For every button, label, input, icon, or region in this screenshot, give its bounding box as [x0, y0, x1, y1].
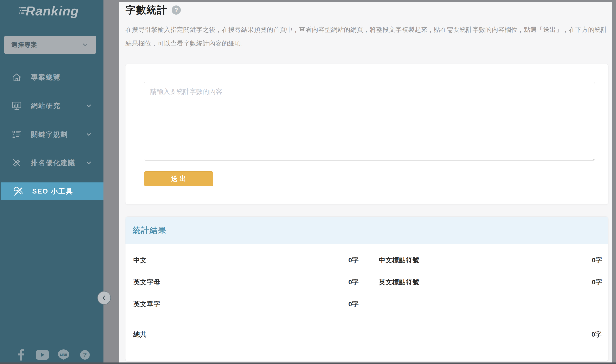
chevron-down-icon	[86, 131, 92, 138]
result-row-english-words: 英文單字 0字	[133, 293, 359, 315]
page-title: 字數統計	[125, 3, 167, 17]
result-label: 英文字母	[133, 278, 160, 287]
youtube-icon[interactable]	[36, 348, 49, 361]
result-row-english-letters: 英文字母 0字	[133, 271, 359, 293]
result-value: 0字	[592, 278, 602, 287]
chevron-down-icon	[86, 160, 92, 166]
result-label: 英文單字	[133, 300, 160, 309]
line-icon[interactable]: LINE	[57, 348, 70, 361]
ranking-logo: Ranking	[19, 3, 84, 23]
project-select-value: 選擇專案	[11, 41, 38, 49]
keyword-plan-icon	[11, 129, 22, 140]
submit-button[interactable]: 送出	[144, 171, 213, 186]
home-icon	[11, 72, 22, 83]
site-research-icon	[11, 100, 22, 111]
results-divider	[133, 318, 602, 318]
statistics-results-card: 統計結果 中文 0字 英文字母 0字 英文單字	[125, 216, 608, 361]
rank-optimize-icon	[11, 157, 22, 168]
frame-top-strip	[119, 0, 616, 2]
result-value: 0字	[348, 256, 359, 265]
total-label: 總共	[133, 330, 147, 339]
result-value: 0字	[348, 300, 359, 309]
results-grid: 中文 0字 英文字母 0字 英文單字 0字	[133, 249, 602, 315]
chevron-down-icon	[86, 103, 92, 109]
results-right-column: 中文標點符號 0字 英文標點符號 0字	[379, 249, 602, 315]
sidebar-item-project-overview[interactable]: 專案總覽	[0, 68, 104, 86]
sidebar-item-keyword-planning[interactable]: 關鍵字規劃	[0, 126, 104, 143]
result-value: 0字	[592, 256, 602, 265]
sidebar-edge-strip	[104, 0, 119, 364]
frame-bottom-strip	[0, 363, 616, 364]
frame-right-strip	[612, 0, 616, 364]
total-value: 0字	[591, 330, 602, 339]
word-count-input-card: 送出	[125, 64, 608, 205]
sidebar-item-rank-optimization[interactable]: 排名優化建議	[0, 154, 104, 172]
sidebar-item-label: 網站研究	[31, 101, 61, 110]
sidebar-item-site-research[interactable]: 網站研究	[0, 97, 104, 115]
app-root: Ranking 選擇專案 專案總覽	[0, 0, 616, 364]
sidebar-item-seo-tools[interactable]: SEO 小工具	[1, 182, 104, 200]
page-description: 在搜尋引擎輸入指定關鍵字之後，在搜尋結果預覽的首頁中，查看內容型網站的網頁，將整…	[125, 23, 608, 50]
results-left-column: 中文 0字 英文字母 0字 英文單字 0字	[133, 249, 359, 315]
help-glyph: ?	[174, 7, 178, 13]
sidebar-item-label: SEO 小工具	[32, 187, 73, 196]
main-content: 字數統計 ? 在搜尋引擎輸入指定關鍵字之後，在搜尋結果預覽的首頁中，查看內容型網…	[119, 2, 612, 363]
results-body: 中文 0字 英文字母 0字 英文單字 0字	[125, 244, 608, 346]
title-help-icon[interactable]: ?	[172, 5, 181, 14]
sidebar-footer: LINE ?	[14, 348, 92, 361]
seo-tools-icon	[13, 186, 24, 197]
result-row-chinese: 中文 0字	[133, 249, 359, 271]
result-value: 0字	[348, 278, 359, 287]
logo-wordmark: Ranking	[26, 3, 79, 18]
result-label: 中文	[133, 256, 147, 265]
result-row-chinese-punctuation: 中文標點符號 0字	[379, 249, 602, 271]
sidebar-item-label: 排名優化建議	[31, 158, 75, 168]
svg-text:LINE: LINE	[60, 353, 67, 356]
help-icon[interactable]: ?	[79, 348, 92, 361]
chevron-left-icon	[101, 295, 107, 301]
result-label: 中文標點符號	[379, 256, 419, 265]
svg-text:?: ?	[83, 351, 87, 358]
sidebar-item-label: 關鍵字規劃	[31, 130, 68, 139]
chevron-down-icon	[81, 41, 89, 49]
facebook-icon[interactable]	[14, 348, 27, 361]
word-count-textarea[interactable]	[144, 82, 595, 161]
sidebar-item-label: 專案總覽	[31, 73, 61, 82]
sidebar: Ranking 選擇專案 專案總覽	[0, 0, 104, 364]
result-row-english-punctuation: 英文標點符號 0字	[379, 271, 602, 293]
results-header: 統計結果	[125, 217, 608, 244]
result-row-total: 總共 0字	[133, 324, 602, 346]
results-header-title: 統計結果	[133, 225, 167, 236]
sidebar-collapse-button[interactable]	[97, 291, 111, 305]
project-select-dropdown[interactable]: 選擇專案	[4, 36, 96, 54]
page-title-row: 字數統計 ?	[125, 3, 181, 17]
result-label: 英文標點符號	[379, 278, 419, 287]
